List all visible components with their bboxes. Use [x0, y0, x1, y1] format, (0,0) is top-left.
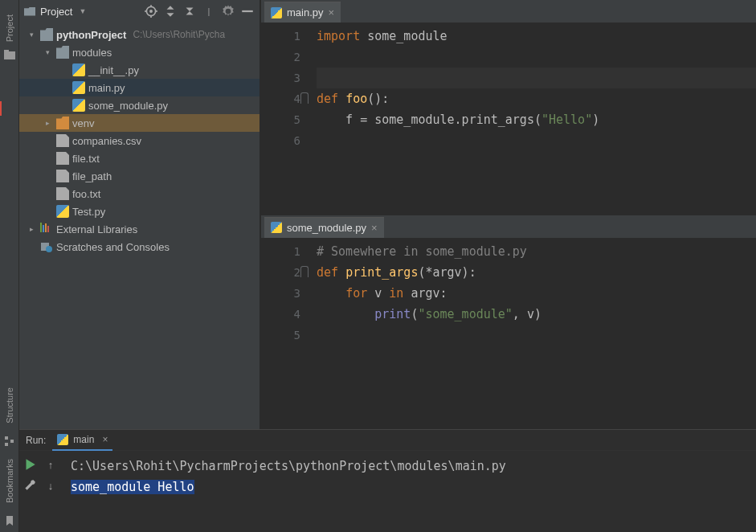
- down-arrow-icon[interactable]: ↓: [43, 478, 58, 493]
- tree-scratches[interactable]: Scratches and Consoles: [19, 238, 259, 256]
- file-icon: [56, 152, 69, 165]
- tree-file-test-py[interactable]: Test.py: [19, 203, 259, 220]
- folder-icon: [56, 117, 69, 129]
- structure-icon: [3, 435, 16, 448]
- run-panel: Run: main× ↑ ↓ C:\Users\Rohit\PycharmPro…: [19, 429, 756, 532]
- python-icon: [271, 7, 282, 18]
- code-content[interactable]: # Somewhere in some_module.py def print_…: [305, 238, 756, 430]
- chevron-down-icon[interactable]: ▼: [79, 7, 86, 15]
- active-indicator: [0, 101, 2, 116]
- expand-all-icon[interactable]: [163, 4, 178, 18]
- editor-area: main.py× 1 2 3 4 5 6 import some_module …: [260, 0, 756, 429]
- run-toolbar: ↑ ↓: [19, 451, 61, 532]
- file-icon: [56, 187, 69, 200]
- editor-tab-main[interactable]: main.py×: [264, 2, 341, 23]
- tab-bar: some_module.py×: [261, 215, 756, 238]
- tool-tab-bookmarks[interactable]: Bookmarks: [5, 452, 14, 509]
- project-tree: ▾pythonProjectC:\Users\Rohit\Pycha ▾modu…: [19, 23, 259, 256]
- python-icon: [72, 81, 85, 94]
- tree-root[interactable]: ▾pythonProjectC:\Users\Rohit\Pycha: [19, 26, 259, 43]
- tool-tab-project[interactable]: Project: [5, 8, 14, 48]
- project-header: Project ▼ |: [19, 0, 259, 23]
- tree-external-libraries[interactable]: ▸External Libraries: [19, 220, 259, 238]
- up-arrow-icon[interactable]: ↑: [43, 457, 58, 472]
- python-icon: [72, 63, 85, 76]
- file-icon: [56, 134, 69, 147]
- tab-bar: main.py×: [261, 0, 756, 23]
- svg-point-13: [46, 246, 52, 252]
- output-line: C:\Users\Rohit\PycharmProjects\pythonPro…: [71, 456, 756, 477]
- bookmarks-icon: [3, 514, 16, 527]
- output-selection: some_module Hello: [71, 480, 194, 494]
- editor-pane-1: main.py× 1 2 3 4 5 6 import some_module …: [261, 0, 756, 215]
- code-content[interactable]: import some_module def foo(): f = some_m…: [305, 23, 756, 215]
- locate-icon[interactable]: [144, 4, 158, 18]
- tree-folder-venv[interactable]: ▸venv: [19, 114, 259, 132]
- gutter[interactable]: 1 2 3 4 5: [261, 238, 305, 430]
- python-icon: [56, 205, 69, 218]
- divider: |: [202, 4, 216, 18]
- hide-icon[interactable]: [240, 4, 255, 18]
- folder-icon: [40, 28, 53, 41]
- editor-tab-some-module[interactable]: some_module.py×: [264, 217, 384, 238]
- python-icon: [271, 222, 282, 233]
- svg-rect-0: [4, 51, 15, 59]
- tree-file-file-path[interactable]: file_path: [19, 167, 259, 185]
- run-button[interactable]: [22, 457, 37, 472]
- folder-icon: [3, 48, 16, 61]
- svg-rect-2: [5, 436, 8, 440]
- close-icon[interactable]: ×: [329, 6, 335, 18]
- gear-icon[interactable]: [221, 4, 235, 18]
- svg-rect-11: [242, 10, 253, 12]
- tree-folder-modules[interactable]: ▾modules: [19, 43, 259, 61]
- editor-pane-2: some_module.py× 1 2 3 4 5 # Somewhere in…: [261, 215, 756, 430]
- tool-tab-structure[interactable]: Structure: [5, 381, 14, 430]
- fold-marker-icon[interactable]: [300, 266, 309, 277]
- python-icon: [72, 99, 85, 112]
- collapse-all-icon[interactable]: [182, 4, 197, 18]
- python-icon: [57, 434, 68, 445]
- library-icon: [40, 223, 53, 235]
- run-tab-main[interactable]: main×: [52, 430, 112, 451]
- tree-file-foo-txt[interactable]: foo.txt: [19, 185, 259, 203]
- tree-file-companies[interactable]: companies.csv: [19, 132, 259, 149]
- file-icon: [56, 170, 69, 182]
- run-label: Run:: [26, 435, 46, 446]
- close-icon[interactable]: ×: [102, 434, 108, 445]
- svg-rect-4: [10, 440, 14, 443]
- svg-rect-3: [5, 443, 8, 446]
- run-output[interactable]: C:\Users\Rohit\PycharmProjects\pythonPro…: [61, 451, 756, 532]
- tree-file-main[interactable]: main.py: [19, 79, 259, 96]
- wrench-icon[interactable]: [22, 478, 37, 493]
- svg-rect-1: [4, 50, 9, 52]
- scratches-icon: [40, 240, 53, 253]
- svg-point-6: [150, 10, 152, 12]
- fold-marker-icon[interactable]: [300, 92, 309, 104]
- project-title[interactable]: Project: [40, 6, 72, 18]
- tree-file-some-module[interactable]: some_module.py: [19, 96, 259, 114]
- folder-icon: [56, 46, 69, 59]
- close-icon[interactable]: ×: [371, 222, 378, 234]
- folder-icon: [24, 7, 35, 16]
- gutter[interactable]: 1 2 3 4 5 6: [261, 23, 305, 215]
- tree-file-init[interactable]: __init__.py: [19, 61, 259, 79]
- tree-file-file-txt[interactable]: file.txt: [19, 149, 259, 167]
